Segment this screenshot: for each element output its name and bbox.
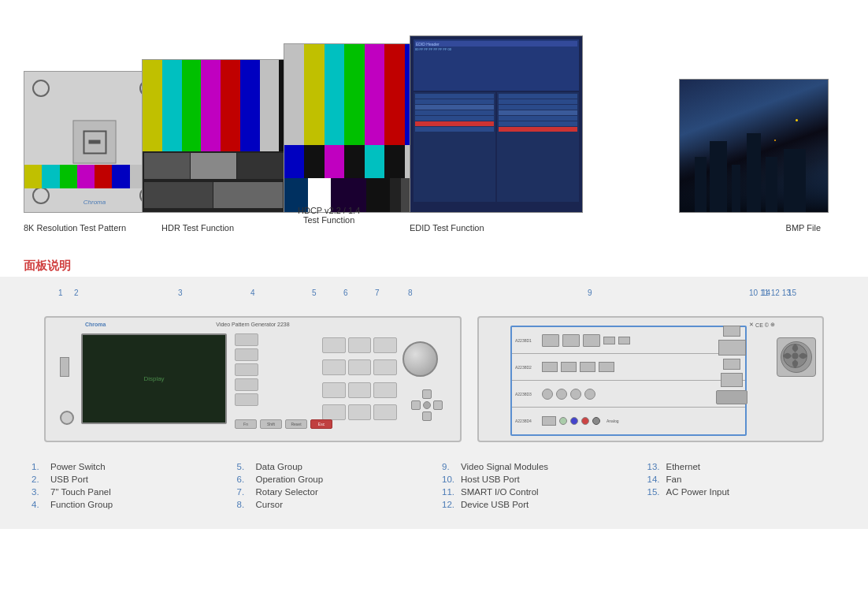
caption-bmp: BMP File: [786, 223, 821, 233]
rca-r: [581, 417, 589, 425]
legend-num-15: 15.: [647, 487, 665, 497]
legend-item-1: 1. Power Switch: [32, 462, 221, 471]
legend-text-8: Cursor: [256, 500, 284, 509]
module-row-1: A2238D1: [512, 327, 745, 354]
bmp-image: [679, 79, 829, 213]
func-btn-1: [235, 333, 258, 346]
shift-btn: Shift: [260, 419, 282, 429]
device-usb: [723, 359, 740, 370]
label-3: 3: [178, 289, 183, 297]
usb-host: [723, 326, 740, 337]
module-row-2: A2238D2: [512, 354, 745, 381]
reset-btn: Reset: [285, 419, 307, 429]
legend-num-5: 5.: [237, 462, 254, 471]
smart-io: [718, 340, 746, 356]
front-panel: Chroma Video Pattern Generator 2238 Disp…: [44, 316, 462, 442]
front-logo: Chroma: [85, 322, 106, 327]
key-10: [322, 404, 346, 420]
hdcp-image: [284, 43, 425, 213]
front-title: Video Pattern Generator 2238: [216, 322, 289, 327]
front-top-labels: 1 2 3 4 5 6 7 8: [44, 289, 462, 316]
key-7: [322, 382, 346, 398]
legend-item-10: 10. Host USB Port: [442, 475, 632, 484]
label-2: 2: [74, 289, 79, 297]
label-4: 4: [250, 289, 255, 297]
legend-item-12: 12. Device USB Port: [442, 500, 632, 509]
legend-text-7: Rotary Selector: [256, 487, 318, 497]
image-group: Chroma: [24, 16, 844, 236]
legend-num-4: 4.: [32, 500, 49, 509]
bottom-section: 1 2 3 4 5 6 7 8 Chroma Video Pattern Gen…: [0, 277, 868, 529]
legend-item-2: 2. USB Port: [32, 475, 221, 484]
back-panel-wrapper: 9 10 11 12 13 14 15 A2238D1: [477, 289, 824, 442]
chroma-logo: Chroma: [83, 199, 106, 206]
legend-text-12: Device USB Port: [461, 500, 529, 509]
legend-item-15: 15. AC Power Input: [647, 487, 837, 497]
legend-text-3: 7" Touch Panel: [50, 487, 111, 497]
power-inlet-area: [716, 390, 747, 404]
function-buttons: [235, 333, 258, 428]
legend-item-5: 5. Data Group: [237, 462, 427, 471]
dp-connector-1: [542, 334, 559, 347]
back-label-15: 15: [788, 289, 796, 297]
dp-connector-3: [583, 334, 600, 347]
dp-small-1: [603, 337, 615, 344]
fan-area: [777, 337, 816, 377]
legend-item-11: 11. SMART I/O Control: [442, 487, 632, 497]
key-4: [322, 359, 346, 375]
legend-item-6: 6. Operation Group: [237, 475, 427, 484]
func-btn-5: [235, 393, 258, 406]
legend-num-1: 1.: [32, 462, 49, 471]
video-modules: A2238D1 A2238D2: [510, 326, 747, 436]
label-1: 1: [58, 289, 63, 297]
certification-marks: ✕CE©⊕: [749, 322, 775, 328]
caption-hdr: HDR Test Function: [161, 223, 234, 233]
key-9: [373, 382, 397, 398]
hdmi-conn-2: [561, 362, 577, 372]
sdi-conn-2: [556, 389, 567, 400]
legend-num-9: 9.: [442, 462, 459, 471]
legend-item-7: 7. Rotary Selector: [237, 487, 427, 497]
rca-g: [559, 417, 567, 425]
dp-connector-2: [562, 334, 580, 347]
legend-text-5: Data Group: [256, 462, 302, 471]
fn-btn: Fn: [235, 419, 257, 429]
legend-num-7: 7.: [237, 487, 254, 497]
back-panel: A2238D1 A2238D2: [477, 316, 824, 442]
legend-text-11: SMART I/O Control: [461, 487, 539, 497]
svg-point-1: [792, 353, 799, 359]
legend-num-8: 8.: [237, 500, 254, 509]
legend-text-2: USB Port: [50, 475, 88, 484]
keypad: [322, 337, 397, 424]
front-screen: Display: [81, 333, 227, 424]
sdi-conn-3: [570, 389, 581, 400]
func-btn-2: [235, 348, 258, 361]
legend-item-14: 14. Fan: [647, 475, 837, 484]
legend-num-2: 2.: [32, 475, 49, 484]
legend-item-8: 8. Cursor: [237, 500, 427, 509]
caption-8k: 8K Resolution Test Pattern: [24, 223, 126, 233]
legend-num-11: 11.: [442, 487, 459, 497]
legend-num-6: 6.: [237, 475, 254, 484]
vga-conn: [542, 416, 556, 426]
front-panel-wrapper: 1 2 3 4 5 6 7 8 Chroma Video Pattern Gen…: [44, 289, 462, 442]
label-5: 5: [312, 289, 317, 297]
legend-text-9: Video Signal Modules: [461, 462, 548, 471]
sdi-conn-1: [542, 389, 553, 400]
legend-num-12: 12.: [442, 500, 459, 509]
key-8: [348, 382, 372, 398]
caption-edid: EDID Test Function: [410, 223, 484, 233]
key-3: [373, 337, 397, 353]
top-images-section: Chroma: [0, 0, 868, 252]
hdr-image: [142, 59, 299, 213]
fan-blades: [781, 341, 812, 373]
rotary-knob: [402, 341, 438, 377]
module-row-3: A2238D3: [512, 381, 745, 408]
label-8: 8: [408, 289, 413, 297]
key-6: [373, 359, 397, 375]
bottom-function-btns: Fn Shift Reset Esc: [235, 419, 332, 429]
legend-text-14: Fan: [666, 475, 682, 484]
legend-text-1: Power Switch: [50, 462, 106, 471]
esc-btn: Esc: [310, 419, 332, 429]
rca-b: [570, 417, 578, 425]
